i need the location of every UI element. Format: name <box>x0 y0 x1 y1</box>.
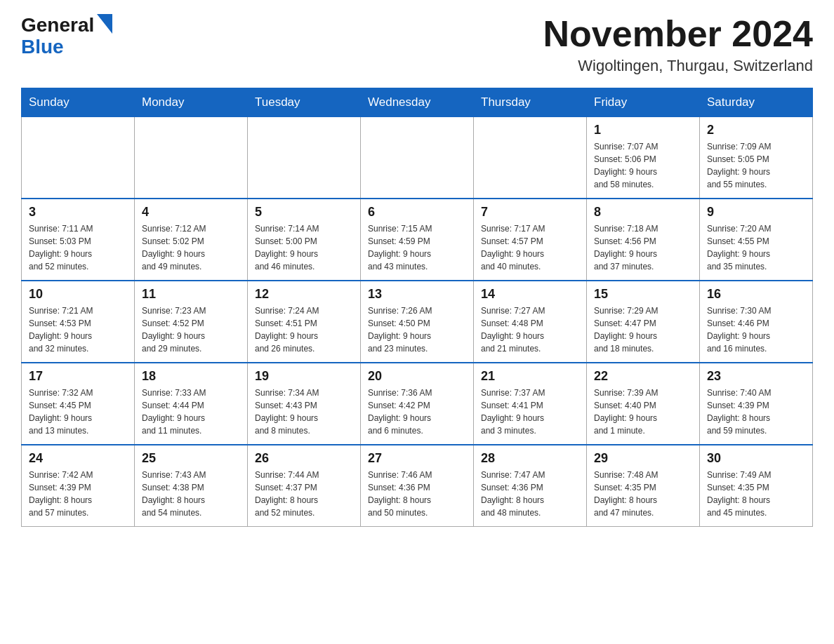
day-cell-w5-d3: 27Sunrise: 7:46 AM Sunset: 4:36 PM Dayli… <box>361 445 474 527</box>
day-number: 23 <box>707 369 805 384</box>
day-number: 1 <box>594 123 692 137</box>
day-cell-w2-d6: 9Sunrise: 7:20 AM Sunset: 4:55 PM Daylig… <box>700 199 813 281</box>
day-number: 6 <box>368 205 466 220</box>
day-number: 2 <box>707 123 805 137</box>
day-info: Sunrise: 7:20 AM Sunset: 4:55 PM Dayligh… <box>707 222 805 273</box>
day-cell-w5-d4: 28Sunrise: 7:47 AM Sunset: 4:36 PM Dayli… <box>474 445 587 527</box>
day-info: Sunrise: 7:30 AM Sunset: 4:46 PM Dayligh… <box>707 304 805 355</box>
day-cell-w2-d2: 5Sunrise: 7:14 AM Sunset: 5:00 PM Daylig… <box>248 199 361 281</box>
day-cell-w3-d1: 11Sunrise: 7:23 AM Sunset: 4:52 PM Dayli… <box>135 281 248 363</box>
week-row-5: 24Sunrise: 7:42 AM Sunset: 4:39 PM Dayli… <box>22 445 813 527</box>
day-number: 13 <box>368 287 466 302</box>
logo-triangle-icon <box>97 14 112 34</box>
day-info: Sunrise: 7:11 AM Sunset: 5:03 PM Dayligh… <box>29 222 127 273</box>
day-info: Sunrise: 7:43 AM Sunset: 4:38 PM Dayligh… <box>142 469 240 519</box>
header-sunday: Sunday <box>22 88 135 117</box>
day-number: 30 <box>707 451 805 466</box>
day-number: 9 <box>707 205 805 220</box>
weekday-header-row: Sunday Monday Tuesday Wednesday Thursday… <box>22 88 813 117</box>
day-number: 28 <box>481 451 579 466</box>
day-info: Sunrise: 7:48 AM Sunset: 4:35 PM Dayligh… <box>594 469 692 519</box>
day-cell-w3-d0: 10Sunrise: 7:21 AM Sunset: 4:53 PM Dayli… <box>22 281 135 363</box>
day-cell-w4-d4: 21Sunrise: 7:37 AM Sunset: 4:41 PM Dayli… <box>474 363 587 445</box>
day-cell-w4-d0: 17Sunrise: 7:32 AM Sunset: 4:45 PM Dayli… <box>22 363 135 445</box>
day-info: Sunrise: 7:37 AM Sunset: 4:41 PM Dayligh… <box>481 387 579 437</box>
day-info: Sunrise: 7:15 AM Sunset: 4:59 PM Dayligh… <box>368 222 466 273</box>
month-title: November 2024 <box>543 14 813 54</box>
day-number: 27 <box>368 451 466 466</box>
day-info: Sunrise: 7:32 AM Sunset: 4:45 PM Dayligh… <box>29 387 127 437</box>
day-number: 25 <box>142 451 240 466</box>
day-cell-w2-d1: 4Sunrise: 7:12 AM Sunset: 5:02 PM Daylig… <box>135 199 248 281</box>
day-cell-w5-d2: 26Sunrise: 7:44 AM Sunset: 4:37 PM Dayli… <box>248 445 361 527</box>
day-number: 8 <box>594 205 692 220</box>
day-cell-w2-d0: 3Sunrise: 7:11 AM Sunset: 5:03 PM Daylig… <box>22 199 135 281</box>
day-number: 7 <box>481 205 579 220</box>
day-cell-w5-d1: 25Sunrise: 7:43 AM Sunset: 4:38 PM Dayli… <box>135 445 248 527</box>
header-monday: Monday <box>135 88 248 117</box>
header-tuesday: Tuesday <box>248 88 361 117</box>
day-number: 18 <box>142 369 240 384</box>
day-info: Sunrise: 7:12 AM Sunset: 5:02 PM Dayligh… <box>142 222 240 273</box>
day-info: Sunrise: 7:49 AM Sunset: 4:35 PM Dayligh… <box>707 469 805 519</box>
day-number: 15 <box>594 287 692 302</box>
day-number: 20 <box>368 369 466 384</box>
day-number: 26 <box>255 451 353 466</box>
day-cell-w5-d6: 30Sunrise: 7:49 AM Sunset: 4:35 PM Dayli… <box>700 445 813 527</box>
day-number: 3 <box>29 205 127 220</box>
day-cell-w2-d3: 6Sunrise: 7:15 AM Sunset: 4:59 PM Daylig… <box>361 199 474 281</box>
day-number: 11 <box>142 287 240 302</box>
day-cell-w3-d3: 13Sunrise: 7:26 AM Sunset: 4:50 PM Dayli… <box>361 281 474 363</box>
location-title: Wigoltingen, Thurgau, Switzerland <box>543 57 813 75</box>
day-info: Sunrise: 7:39 AM Sunset: 4:40 PM Dayligh… <box>594 387 692 437</box>
day-number: 14 <box>481 287 579 302</box>
day-info: Sunrise: 7:46 AM Sunset: 4:36 PM Dayligh… <box>368 469 466 519</box>
day-info: Sunrise: 7:24 AM Sunset: 4:51 PM Dayligh… <box>255 304 353 355</box>
day-info: Sunrise: 7:47 AM Sunset: 4:36 PM Dayligh… <box>481 469 579 519</box>
day-cell-w4-d2: 19Sunrise: 7:34 AM Sunset: 4:43 PM Dayli… <box>248 363 361 445</box>
day-cell-w1-d1 <box>135 117 248 199</box>
day-cell-w1-d0 <box>22 117 135 199</box>
day-cell-w4-d1: 18Sunrise: 7:33 AM Sunset: 4:44 PM Dayli… <box>135 363 248 445</box>
day-info: Sunrise: 7:42 AM Sunset: 4:39 PM Dayligh… <box>29 469 127 519</box>
page-header: General Blue November 2024 Wigoltingen, … <box>21 14 813 75</box>
week-row-1: 1Sunrise: 7:07 AM Sunset: 5:06 PM Daylig… <box>22 117 813 199</box>
svg-marker-0 <box>97 14 112 34</box>
day-number: 29 <box>594 451 692 466</box>
day-cell-w3-d4: 14Sunrise: 7:27 AM Sunset: 4:48 PM Dayli… <box>474 281 587 363</box>
day-cell-w3-d5: 15Sunrise: 7:29 AM Sunset: 4:47 PM Dayli… <box>587 281 700 363</box>
week-row-2: 3Sunrise: 7:11 AM Sunset: 5:03 PM Daylig… <box>22 199 813 281</box>
day-cell-w1-d3 <box>361 117 474 199</box>
calendar-table: Sunday Monday Tuesday Wednesday Thursday… <box>21 88 813 527</box>
day-info: Sunrise: 7:29 AM Sunset: 4:47 PM Dayligh… <box>594 304 692 355</box>
day-number: 22 <box>594 369 692 384</box>
day-info: Sunrise: 7:17 AM Sunset: 4:57 PM Dayligh… <box>481 222 579 273</box>
day-number: 12 <box>255 287 353 302</box>
header-thursday: Thursday <box>474 88 587 117</box>
day-info: Sunrise: 7:33 AM Sunset: 4:44 PM Dayligh… <box>142 387 240 437</box>
day-cell-w3-d2: 12Sunrise: 7:24 AM Sunset: 4:51 PM Dayli… <box>248 281 361 363</box>
logo-blue-text: Blue <box>21 36 64 58</box>
header-saturday: Saturday <box>700 88 813 117</box>
day-number: 17 <box>29 369 127 384</box>
day-number: 19 <box>255 369 353 384</box>
day-info: Sunrise: 7:14 AM Sunset: 5:00 PM Dayligh… <box>255 222 353 273</box>
day-info: Sunrise: 7:09 AM Sunset: 5:05 PM Dayligh… <box>707 140 805 191</box>
week-row-3: 10Sunrise: 7:21 AM Sunset: 4:53 PM Dayli… <box>22 281 813 363</box>
header-friday: Friday <box>587 88 700 117</box>
day-info: Sunrise: 7:18 AM Sunset: 4:56 PM Dayligh… <box>594 222 692 273</box>
day-number: 10 <box>29 287 127 302</box>
day-info: Sunrise: 7:40 AM Sunset: 4:39 PM Dayligh… <box>707 387 805 437</box>
header-wednesday: Wednesday <box>361 88 474 117</box>
day-info: Sunrise: 7:36 AM Sunset: 4:42 PM Dayligh… <box>368 387 466 437</box>
day-info: Sunrise: 7:26 AM Sunset: 4:50 PM Dayligh… <box>368 304 466 355</box>
day-cell-w2-d5: 8Sunrise: 7:18 AM Sunset: 4:56 PM Daylig… <box>587 199 700 281</box>
logo: General Blue <box>21 14 112 58</box>
week-row-4: 17Sunrise: 7:32 AM Sunset: 4:45 PM Dayli… <box>22 363 813 445</box>
day-cell-w4-d3: 20Sunrise: 7:36 AM Sunset: 4:42 PM Dayli… <box>361 363 474 445</box>
day-number: 4 <box>142 205 240 220</box>
day-cell-w1-d5: 1Sunrise: 7:07 AM Sunset: 5:06 PM Daylig… <box>587 117 700 199</box>
day-number: 21 <box>481 369 579 384</box>
day-number: 5 <box>255 205 353 220</box>
day-cell-w1-d4 <box>474 117 587 199</box>
